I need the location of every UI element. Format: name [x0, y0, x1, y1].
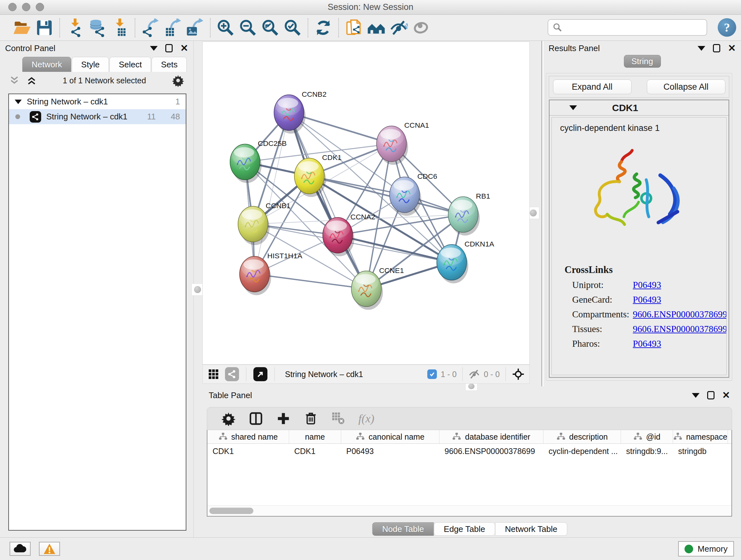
table-cell[interactable]: cyclin-dependent ...: [543, 444, 621, 458]
crosslink-link[interactable]: P06493: [633, 280, 661, 290]
birdseye-view-icon[interactable]: [253, 367, 267, 381]
tab-node-table[interactable]: Node Table: [373, 522, 434, 536]
hide-selected-button[interactable]: [387, 17, 410, 39]
column-header-name[interactable]: name: [289, 430, 341, 443]
copy-button[interactable]: [343, 17, 365, 39]
crosslink-link[interactable]: 9606.ENSP00000378699: [633, 309, 727, 320]
crosslink-link[interactable]: P06493: [633, 338, 661, 349]
network-share-icon[interactable]: [225, 367, 239, 381]
panel-float-icon[interactable]: [165, 44, 173, 52]
splitter-handle-left[interactable]: [192, 284, 204, 296]
crosshair-icon[interactable]: [512, 368, 525, 381]
network-node-CCNB2[interactable]: CCNB2: [274, 90, 327, 134]
toolbar-separator: [210, 18, 211, 37]
panel-collapse-icon[interactable]: [692, 393, 699, 398]
export-image-button[interactable]: [184, 17, 206, 39]
column-header-@id[interactable]: @id: [621, 430, 673, 443]
entry-collapse-icon[interactable]: [569, 105, 577, 110]
crosslink-label: Uniprot:: [572, 280, 633, 290]
table-gear-icon[interactable]: [221, 411, 236, 426]
expand-all-icon[interactable]: [26, 75, 37, 86]
panel-close-icon[interactable]: ✕: [722, 391, 730, 399]
network-row[interactable]: String Network – cdk1 11 48: [9, 109, 186, 124]
table-cell[interactable]: 9606.ENSP00000378699: [440, 444, 543, 458]
tab-edge-table[interactable]: Edge Table: [434, 522, 495, 536]
refresh-button[interactable]: [312, 17, 334, 39]
open-session-button[interactable]: [11, 17, 33, 39]
import-network-file-button[interactable]: [64, 17, 86, 39]
network-edge[interactable]: [289, 113, 366, 289]
warning-status-button[interactable]: [39, 542, 60, 556]
panel-float-icon[interactable]: [707, 391, 715, 399]
panel-collapse-icon[interactable]: [697, 46, 705, 51]
network-node-HIST1H1A[interactable]: HIST1H1A: [240, 252, 302, 295]
table-cell[interactable]: CDK1: [207, 444, 289, 458]
column-header-database-identifier[interactable]: database identifier: [440, 430, 543, 443]
grid-view-icon[interactable]: [207, 368, 220, 381]
crosslink-link[interactable]: P06493: [633, 294, 661, 305]
memory-button[interactable]: Memory: [678, 541, 734, 557]
help-button[interactable]: ?: [718, 18, 736, 37]
table-cell[interactable]: stringdb: [673, 444, 728, 458]
tab-network-table[interactable]: Network Table: [495, 522, 567, 536]
panel-collapse-icon[interactable]: [150, 46, 158, 51]
column-header-namespace[interactable]: namespace: [673, 430, 728, 443]
delete-column-icon[interactable]: [304, 411, 318, 426]
network-edge[interactable]: [255, 274, 366, 289]
zoom-out-button[interactable]: [237, 17, 259, 39]
panel-float-icon[interactable]: [713, 44, 720, 52]
table-row[interactable]: CDK1CDK1P064939606.ENSP00000378699cyclin…: [207, 444, 731, 458]
toolbar-separator: [338, 18, 339, 37]
panel-close-icon[interactable]: ✕: [180, 44, 188, 52]
network-node-RB1[interactable]: RB1: [448, 192, 490, 236]
table-cell[interactable]: CDK1: [289, 444, 341, 458]
tab-select[interactable]: Select: [110, 57, 151, 72]
import-network-database-button[interactable]: [86, 17, 109, 39]
export-table-button[interactable]: [161, 17, 184, 39]
zoom-in-button[interactable]: [214, 17, 237, 39]
memory-label: Memory: [697, 544, 728, 554]
show-all-button[interactable]: [410, 17, 432, 39]
zoom-fit-button[interactable]: [259, 17, 281, 39]
show-columns-icon[interactable]: [249, 411, 263, 426]
network-edge[interactable]: [338, 235, 452, 262]
network-node-CDC25B[interactable]: CDC25B: [230, 139, 286, 183]
tab-sets[interactable]: Sets: [151, 57, 187, 72]
import-database-icon: [88, 18, 107, 37]
table-cell[interactable]: stringdb:9...: [621, 444, 673, 458]
crosslink-link[interactable]: 9606.ENSP00000378699: [633, 324, 727, 334]
export-network-button[interactable]: [139, 17, 161, 39]
selected-checkbox-icon[interactable]: [427, 369, 437, 379]
collapse-all-icon[interactable]: [9, 75, 20, 86]
column-header-shared-name[interactable]: shared name: [207, 430, 289, 443]
zoom-selected-button[interactable]: [281, 17, 304, 39]
expand-all-button[interactable]: Expand All: [553, 79, 631, 94]
search-icon: [553, 23, 562, 32]
table-horizontal-scrollbar[interactable]: [207, 505, 731, 516]
network-node-CCNA1[interactable]: CCNA1: [377, 121, 429, 165]
tab-network[interactable]: Network: [22, 57, 71, 72]
tab-string[interactable]: String: [624, 55, 661, 68]
column-header-description[interactable]: description: [543, 430, 621, 443]
cloud-status-button[interactable]: [10, 542, 30, 556]
scrollbar-thumb[interactable]: [209, 508, 253, 514]
network-node-CDC6[interactable]: CDC6: [390, 172, 437, 216]
gear-icon[interactable]: [172, 74, 185, 87]
tab-style[interactable]: Style: [72, 57, 109, 72]
network-node-CDKN1A[interactable]: CDKN1A: [437, 240, 495, 284]
search-input[interactable]: [565, 22, 702, 33]
network-canvas[interactable]: CCNB2CCNA1CDC25BCDK1CDC6RB1CCNB1CCNA2CDK…: [202, 42, 530, 365]
panel-close-icon[interactable]: ✕: [728, 44, 736, 52]
column-header-canonical-name[interactable]: canonical name: [341, 430, 440, 443]
table-cell[interactable]: P06493: [341, 444, 440, 458]
collapse-all-button[interactable]: Collapse All: [647, 79, 725, 94]
save-icon: [35, 18, 54, 37]
first-neighbors-button[interactable]: [365, 17, 387, 39]
import-table-icon: [111, 18, 129, 37]
import-table-file-button[interactable]: [109, 17, 131, 39]
save-session-button[interactable]: [33, 17, 56, 39]
node-label-CDC6: CDC6: [417, 172, 437, 180]
tree-expand-icon[interactable]: [15, 100, 22, 104]
network-collection-row[interactable]: String Network – cdk1 1: [9, 94, 186, 109]
add-column-icon[interactable]: [276, 411, 291, 426]
